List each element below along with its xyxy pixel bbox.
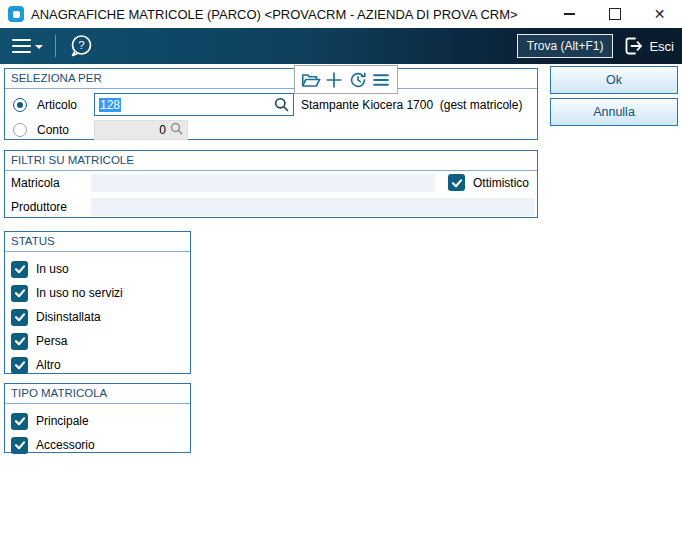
help-icon: ?: [68, 33, 94, 59]
record-toolbar: [294, 65, 398, 94]
open-folder-button[interactable]: [300, 69, 322, 91]
main-toolbar: ? Trova (Alt+F1) Esci: [0, 28, 682, 64]
toolbar-divider: [55, 35, 56, 57]
filtri-group: FILTRI SU MATRICOLE Matricola Ottimistic…: [4, 150, 538, 218]
tipo-option-principale[interactable]: Principale: [5, 409, 190, 433]
produttore-label: Produttore: [11, 198, 67, 216]
matricola-input[interactable]: [91, 174, 435, 192]
tipo-label: Accessorio: [36, 438, 95, 452]
window-controls: ✕: [547, 0, 682, 28]
conto-label: Conto: [37, 123, 69, 137]
titlebar: ANAGRAFICHE MATRICOLE (PARCO) <PROVACRM …: [0, 0, 682, 28]
add-button[interactable]: [323, 69, 345, 91]
ottimistico-label: Ottimistico: [473, 176, 529, 190]
status-option-persa[interactable]: Persa: [5, 329, 190, 353]
articolo-value: 128: [99, 98, 121, 112]
conto-input: 0: [94, 120, 188, 140]
search-icon-disabled: [170, 122, 183, 138]
open-folder-icon: [300, 69, 322, 91]
status-label: Altro: [36, 358, 61, 372]
tipo-option-accessorio[interactable]: Accessorio: [5, 433, 190, 457]
status-label: In uso no servizi: [36, 286, 123, 300]
articolo-input[interactable]: 128: [94, 93, 294, 116]
checkbox-checked-icon[interactable]: [11, 413, 28, 430]
status-option-in-uso[interactable]: In uso: [5, 257, 190, 281]
status-option-in-uso-no-servizi[interactable]: In uso no servizi: [5, 281, 190, 305]
status-group: STATUS In uso In uso no servizi Disinsta…: [4, 231, 191, 374]
checkbox-checked-icon[interactable]: [11, 357, 28, 374]
svg-text:?: ?: [78, 39, 84, 51]
status-label: Persa: [36, 334, 67, 348]
window-title: ANAGRAFICHE MATRICOLE (PARCO) <PROVACRM …: [31, 7, 518, 22]
close-button[interactable]: ✕: [637, 0, 682, 28]
refresh-clock-icon: [347, 69, 369, 91]
articolo-radio[interactable]: [13, 98, 27, 112]
status-option-disinstallata[interactable]: Disinstallata: [5, 305, 190, 329]
produttore-input[interactable]: [91, 198, 535, 216]
minimize-button[interactable]: [547, 0, 592, 28]
ottimistico-option[interactable]: Ottimistico: [448, 173, 529, 192]
annulla-button[interactable]: Annulla: [550, 98, 678, 126]
filtri-title: FILTRI SU MATRICOLE: [5, 151, 537, 171]
list-button[interactable]: [370, 69, 392, 91]
status-title: STATUS: [5, 232, 190, 252]
maximize-icon: [609, 8, 621, 20]
minimize-icon: [564, 13, 575, 15]
matricola-label: Matricola: [11, 174, 60, 192]
refresh-button[interactable]: [347, 69, 369, 91]
close-icon: ✕: [654, 7, 666, 21]
checkbox-checked-icon[interactable]: [11, 333, 28, 350]
exit-icon: [622, 35, 644, 57]
esci-label: Esci: [649, 39, 674, 54]
tipo-matricola-title: TIPO MATRICOLA: [5, 384, 190, 404]
conto-row: Conto: [13, 120, 69, 140]
esci-button[interactable]: Esci: [622, 35, 674, 57]
hamburger-icon: [12, 39, 31, 54]
plus-icon: [323, 69, 345, 91]
list-icon: [370, 69, 392, 91]
checkbox-checked-icon[interactable]: [11, 309, 28, 326]
app-logo-icon: [8, 6, 24, 22]
status-label: In uso: [36, 262, 69, 276]
conto-value: 0: [159, 123, 166, 137]
ok-button[interactable]: Ok: [550, 66, 678, 94]
tipo-matricola-group: TIPO MATRICOLA Principale Accessorio: [4, 383, 191, 453]
checkbox-checked-icon[interactable]: [11, 285, 28, 302]
seleziona-per-title: SELEZIONA PER: [5, 69, 537, 89]
caret-down-icon: [35, 45, 43, 49]
trova-button[interactable]: Trova (Alt+F1): [517, 34, 614, 58]
checkbox-checked-icon[interactable]: [11, 261, 28, 278]
help-button[interactable]: ?: [62, 32, 100, 60]
conto-radio[interactable]: [13, 123, 27, 137]
check-icon: [451, 178, 463, 188]
articolo-label: Articolo: [37, 98, 77, 112]
status-label: Disinstallata: [36, 310, 101, 324]
articolo-descrizione: Stampante Kiocera 1700 (gest matricole): [301, 93, 522, 116]
main-menu-button[interactable]: [0, 32, 49, 60]
ottimistico-checkbox[interactable]: [448, 174, 465, 191]
maximize-button[interactable]: [592, 0, 637, 28]
seleziona-per-group: SELEZIONA PER Articolo 128 Stampante Kio…: [4, 68, 538, 140]
tipo-label: Principale: [36, 414, 89, 428]
status-option-altro[interactable]: Altro: [5, 353, 190, 377]
articolo-row: Articolo: [13, 93, 77, 116]
checkbox-checked-icon[interactable]: [11, 437, 28, 454]
search-icon[interactable]: [274, 97, 289, 112]
